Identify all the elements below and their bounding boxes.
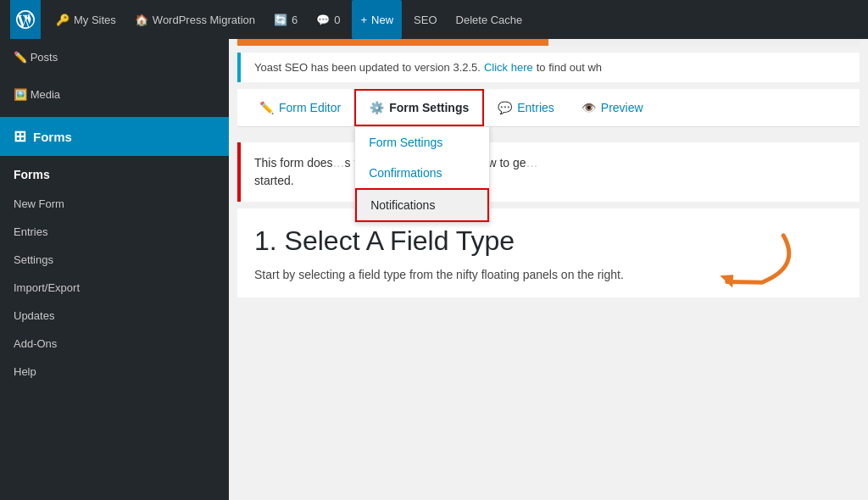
tab-form-settings-wrapper: ⚙️ Form Settings Form Settings Confirmat… — [354, 89, 484, 126]
media-icon: 🖼️ — [14, 88, 27, 101]
dropdown-notifications[interactable]: Notifications — [355, 188, 489, 222]
tab-bar: ✏️ Form Editor ⚙️ Form Settings Form Set… — [237, 89, 860, 127]
section-heading: 1. Select A Field Type — [254, 225, 843, 257]
sidebar-posts[interactable]: ✏️ Posts — [0, 39, 229, 78]
home-icon: 🏠 — [135, 14, 148, 26]
adminbar-seo[interactable]: SEO — [407, 0, 443, 39]
adminbar-new[interactable]: + New — [352, 0, 402, 39]
entries-label: Entries — [14, 225, 47, 238]
plus-icon: + — [360, 14, 367, 26]
dropdown-form-settings[interactable]: Form Settings — [355, 127, 489, 158]
sidebar-arrow — [220, 128, 229, 145]
entries-icon: 💬 — [498, 101, 512, 114]
dropdown-notifications-label: Notifications — [370, 198, 435, 212]
sidebar-item-addons[interactable]: Add-Ons — [0, 330, 229, 358]
main-layout: ✏️ Posts 🖼️ Media ⊞ Forms Forms New Form… — [0, 0, 868, 500]
sidebar-forms-section-header: Forms — [0, 156, 229, 190]
admin-bar: 🔑 My Sites 🏠 WordPress Migration 🔄 6 💬 0… — [0, 0, 868, 39]
main-content: Yoast SEO has been updated to version 3.… — [229, 39, 868, 500]
sidebar-forms-parent[interactable]: ⊞ Forms — [0, 117, 229, 156]
top-bar — [237, 39, 860, 46]
section-description: Start by selecting a field type from the… — [254, 265, 843, 284]
addons-label: Add-Ons — [14, 337, 57, 350]
forms-parent-label: Forms — [33, 130, 72, 144]
form-settings-label: Form Settings — [389, 101, 469, 114]
adminbar-updates[interactable]: 🔄 6 — [267, 0, 304, 39]
sidebar-item-import-export[interactable]: Import/Export — [0, 274, 229, 302]
tab-form-editor[interactable]: ✏️ Form Editor — [246, 91, 354, 125]
error-text-continued: started. — [254, 174, 294, 187]
notice-link[interactable]: Click here — [484, 61, 533, 74]
comments-icon: 💬 — [316, 14, 330, 26]
notice-suffix: to find out wh — [537, 61, 602, 74]
updates-label: Updates — [14, 309, 54, 322]
form-settings-dropdown: Form Settings Confirmations Notification… — [354, 126, 490, 223]
sidebar-media[interactable]: 🖼️ Media — [0, 78, 229, 117]
preview-icon: 👁️ — [581, 101, 596, 114]
forms-icon: ⊞ — [14, 127, 26, 146]
sidebar: ✏️ Posts 🖼️ Media ⊞ Forms Forms New Form… — [0, 39, 229, 500]
sidebar-item-updates[interactable]: Updates — [0, 302, 229, 330]
updates-count: 6 — [292, 14, 298, 26]
heading-section: 1. Select A Field Type Start by selectin… — [237, 208, 860, 297]
form-settings-icon: ⚙️ — [370, 101, 384, 114]
tab-form-settings[interactable]: ⚙️ Form Settings — [354, 89, 484, 126]
my-sites-icon: 🔑 — [56, 14, 70, 26]
comments-count: 0 — [334, 14, 340, 26]
tab-preview[interactable]: 👁️ Preview — [568, 91, 657, 125]
dropdown-confirmations[interactable]: Confirmations — [355, 158, 489, 188]
sidebar-item-help[interactable]: Help — [0, 358, 229, 386]
new-label: New — [371, 14, 393, 26]
adminbar-comments[interactable]: 💬 0 — [309, 0, 347, 39]
help-label: Help — [14, 365, 36, 378]
wp-logo[interactable] — [10, 0, 41, 39]
dropdown-form-settings-label: Form Settings — [369, 136, 442, 149]
media-label: Media — [31, 88, 60, 101]
my-sites-label: My Sites — [74, 14, 116, 26]
dropdown-confirmations-label: Confirmations — [369, 166, 442, 180]
import-export-label: Import/Export — [14, 281, 80, 294]
notice-text: Yoast SEO has been updated to version 3.… — [254, 61, 481, 74]
site-name-label: WordPress Migration — [153, 14, 255, 26]
sidebar-item-new-form[interactable]: New Form — [0, 190, 229, 218]
new-form-label: New Form — [14, 197, 64, 210]
entries-label: Entries — [517, 101, 554, 114]
seo-label: SEO — [414, 14, 437, 26]
content-area: This form does…s yet. Follow the steps b… — [229, 127, 868, 306]
error-notice: This form does…s yet. Follow the steps b… — [237, 142, 860, 202]
delete-cache-label: Delete Cache — [456, 14, 523, 26]
sidebar-forms-parent-wrapper: ⊞ Forms — [0, 117, 229, 156]
adminbar-my-sites[interactable]: 🔑 My Sites — [49, 0, 123, 39]
yoast-notice: Yoast SEO has been updated to version 3.… — [237, 53, 860, 82]
settings-label: Settings — [14, 253, 53, 266]
sidebar-item-settings[interactable]: Settings — [0, 246, 229, 274]
sidebar-item-entries[interactable]: Entries — [0, 218, 229, 246]
form-editor-label: Form Editor — [279, 101, 341, 114]
adminbar-site-name[interactable]: 🏠 WordPress Migration — [128, 0, 262, 39]
posts-label: Posts — [31, 51, 58, 64]
updates-icon: 🔄 — [274, 14, 287, 26]
adminbar-delete-cache[interactable]: Delete Cache — [449, 0, 530, 39]
preview-label: Preview — [601, 101, 643, 114]
form-editor-icon: ✏️ — [259, 101, 274, 114]
tab-entries[interactable]: 💬 Entries — [484, 91, 568, 125]
posts-icon: ✏️ — [14, 51, 27, 64]
